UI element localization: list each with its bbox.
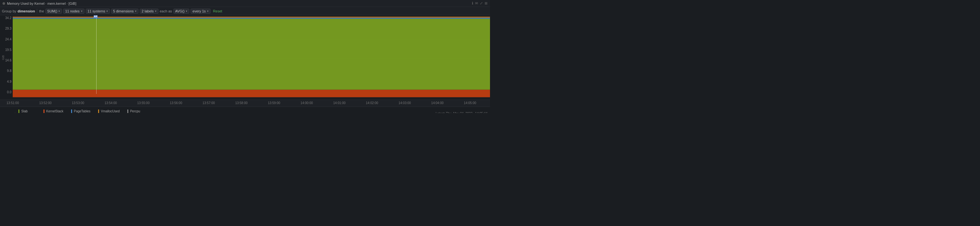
- group-by-label: Group by: [2, 9, 16, 13]
- time-label: 13:57:00: [203, 101, 215, 105]
- y-axis-unit: GiB: [2, 55, 5, 60]
- latest-timestamp: Latest: Thu, May 04, 2023 · 14:05:44: [436, 112, 487, 113]
- dimension-label: dimension: [18, 9, 35, 13]
- chevron-down-icon: ▾: [207, 10, 208, 13]
- the-label: the: [39, 9, 44, 13]
- labels-dropdown[interactable]: 2 labels ▾: [140, 9, 159, 14]
- time-label: 14:01:00: [333, 101, 345, 105]
- svg-rect-12: [13, 16, 490, 18]
- dimensions-dropdown[interactable]: 5 dimensions ▾: [111, 9, 138, 14]
- toolbar-separator-1: [37, 9, 37, 13]
- window-dot: [3, 2, 5, 5]
- legend-item-value: 0.5 GiB: [46, 113, 59, 113]
- info-icon[interactable]: ℹ: [472, 1, 473, 5]
- expand-icon[interactable]: ⤢: [480, 1, 483, 5]
- legend-bar: ↓ Slab 30.2 GiB KernelStack 0.5 GiB Page…: [0, 107, 490, 113]
- time-label: 13:59:00: [268, 101, 280, 105]
- y-label-2: 24.4: [5, 38, 11, 41]
- time-label: 13:58:00: [235, 101, 248, 105]
- legend-item-value: 0.7 GiB: [130, 113, 142, 113]
- reset-button[interactable]: Reset: [212, 9, 224, 13]
- y-label-5: 9.8: [7, 69, 11, 72]
- time-axis: 13:51:0013:52:0013:53:0013:54:0013:55:00…: [0, 99, 490, 107]
- svg-rect-11: [13, 18, 490, 19]
- legend-item-name: KernelStack: [46, 109, 64, 113]
- y-label-0: 34.2: [5, 16, 11, 20]
- nodes-dropdown[interactable]: 11 nodes ▾: [63, 9, 84, 14]
- y-label-1: 29.3: [5, 27, 11, 30]
- y-label-4: 14.6: [5, 59, 11, 62]
- time-label: 13:52:00: [39, 101, 51, 105]
- legend-item: Slab 30.2 GiB: [18, 109, 40, 113]
- time-label: 14:02:00: [366, 101, 378, 105]
- y-axis: GiB 34.2 29.3 24.4 19.5 14.6 9.8 4.9 0.0: [0, 15, 13, 99]
- legend-item-name: Slab: [21, 109, 28, 113]
- chart-svg: [13, 15, 490, 99]
- legend-item: VmallocUsed 1.1 GiB: [98, 109, 124, 113]
- chart-container: GiB 34.2 29.3 24.4 19.5 14.6 9.8 4.9 0.0…: [0, 15, 490, 99]
- legend-item-name: VmallocUsed: [101, 109, 120, 113]
- chevron-down-icon: ▾: [155, 10, 157, 13]
- legend-item: KernelStack 0.5 GiB: [43, 109, 67, 113]
- time-label: 14:03:00: [399, 101, 411, 105]
- legend-item-value: 30.2 GiB: [21, 113, 36, 113]
- y-label-3: 19.5: [5, 48, 11, 51]
- chevron-down-icon: ▾: [107, 10, 108, 13]
- time-label: 13:53:00: [72, 101, 84, 105]
- grid-icon[interactable]: ⊞: [485, 1, 487, 5]
- toolbar: Group by dimension the SUM() ▾ 11 nodes …: [0, 7, 490, 15]
- chevron-down-icon: ▾: [81, 10, 83, 13]
- interval-dropdown[interactable]: every 1s ▾: [191, 9, 210, 14]
- y-label-6: 4.9: [7, 80, 11, 83]
- time-label: 13:56:00: [170, 101, 182, 105]
- chevron-down-icon: ▾: [186, 10, 187, 13]
- time-label: 13:54:00: [105, 101, 117, 105]
- time-label: 14:00:00: [301, 101, 313, 105]
- svg-rect-10: [13, 19, 490, 90]
- sort-icon: ↓: [14, 111, 16, 113]
- chart-main[interactable]: AR: [13, 15, 490, 99]
- title-bar: Memory Used by Kernel · mem.kernel · [Gi…: [0, 0, 490, 7]
- legend-item-name: Percpu: [130, 109, 140, 113]
- sum-dropdown[interactable]: SUM() ▾: [45, 9, 62, 14]
- legend-item-value: 0.8 GiB: [74, 113, 86, 113]
- legend-item: Percpu 0.7 GiB: [127, 109, 146, 113]
- title-icons: ℹ ✉ ⤢ ⊞: [472, 1, 487, 5]
- y-label-7: 0.0: [7, 91, 11, 94]
- chevron-down-icon: ▾: [59, 10, 60, 13]
- time-label: 14:05:00: [464, 101, 476, 105]
- time-label: 14:04:00: [431, 101, 444, 105]
- time-label: 13:51:00: [7, 101, 19, 105]
- legend-item-name: PageTables: [74, 109, 91, 113]
- mail-icon[interactable]: ✉: [475, 1, 478, 5]
- systems-dropdown[interactable]: 11 systems ▾: [86, 9, 110, 14]
- legend-item: PageTables 0.8 GiB: [71, 109, 94, 113]
- window-title: Memory Used by Kernel · mem.kernel · [Gi…: [7, 2, 76, 5]
- legend-item-value: 1.1 GiB: [101, 113, 113, 113]
- each-label: each as: [160, 9, 172, 13]
- time-label: 13:55:00: [137, 101, 150, 105]
- chevron-down-icon: ▾: [135, 10, 137, 13]
- avg-dropdown[interactable]: AVG() ▾: [173, 9, 189, 14]
- svg-rect-9: [13, 90, 490, 98]
